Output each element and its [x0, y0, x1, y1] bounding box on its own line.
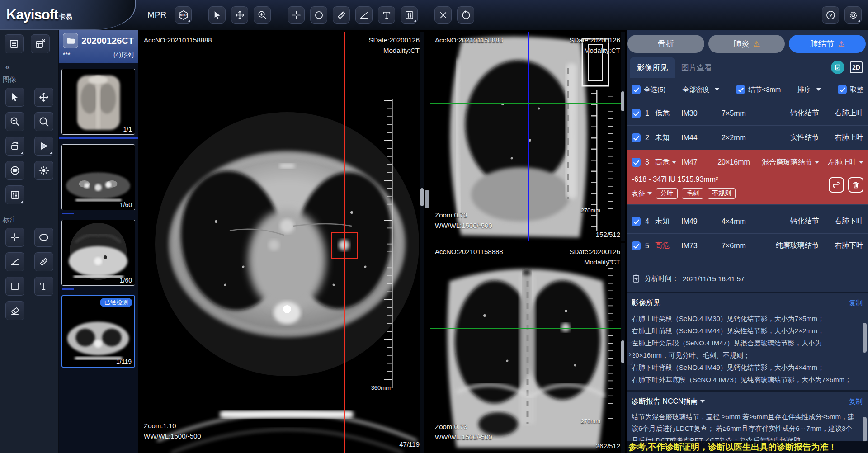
zoom-in-tool-button[interactable]	[254, 6, 271, 24]
nodule-type-dropdown[interactable]: 混合磨玻璃结节	[756, 158, 819, 167]
wwwl-adjust-tool-button[interactable]	[5, 185, 24, 204]
select-all-checkbox[interactable]	[632, 85, 641, 94]
report-title-dropdown[interactable]: 诊断报告 NCCN指南	[632, 397, 705, 406]
followup-compare-button[interactable]	[829, 177, 844, 193]
settings-button[interactable]	[844, 6, 862, 24]
brightness-tool-button[interactable]	[34, 161, 53, 180]
nodule-row[interactable]: 1 低危 IM30 7×5mm 钙化结节 右肺上叶	[627, 101, 868, 126]
crosshair-horizontal-green[interactable]	[430, 328, 625, 329]
nodule-roi-box[interactable]	[331, 232, 358, 259]
trait-chip[interactable]: 毛刺	[682, 188, 703, 199]
collapse-sidebar-button[interactable]: «	[0, 58, 58, 73]
close-tool-button[interactable]	[434, 6, 452, 24]
nodule-risk-dropdown[interactable]: 高危	[655, 158, 681, 167]
delete-nodule-button[interactable]	[848, 177, 863, 193]
crosshair-horizontal-green[interactable]	[430, 103, 625, 104]
tab-image-view[interactable]: 图片查看	[675, 57, 719, 78]
nodule-row-selected[interactable]: 3 高危 IM47 20×16mm 混合磨玻璃结节 左肺上叶 -618 - 34…	[627, 150, 868, 205]
series-thumbnail-ct-selected[interactable]: 已经检测 1/119	[61, 295, 135, 368]
copy-findings-button[interactable]: 复制	[849, 299, 863, 307]
study-header[interactable]: 20200126CT *** (4)序列	[59, 30, 138, 63]
scrollbar-thumb[interactable]	[621, 340, 624, 363]
mode-pneumonia[interactable]: 肺炎 ⚠	[708, 35, 785, 53]
trait-dropdown[interactable]: 表征	[632, 189, 652, 198]
ellipse-tool-button[interactable]	[310, 6, 327, 24]
coronal-viewport[interactable]: AccNO:202101158888 SDate:20200126 Modali…	[430, 243, 625, 453]
scrollbar-thumb[interactable]	[621, 91, 624, 111]
cursor-tool-button[interactable]	[208, 6, 226, 24]
select-all-control[interactable]: 全选(5)	[632, 85, 665, 94]
series-thumbnail-ct[interactable]: 1/60	[61, 144, 135, 210]
nodule-checkbox[interactable]	[632, 158, 641, 167]
nodule-row[interactable]: 4 未知 IM49 4×4mm 钙化结节 右肺下叶	[627, 209, 868, 234]
nodule-row[interactable]: 2 未知 IM44 2×2mm 实性结节 右肺上叶	[627, 126, 868, 150]
mode-fracture[interactable]: 骨折	[627, 35, 704, 53]
findings-scrollbar-thumb[interactable]	[863, 323, 867, 353]
axial-viewport[interactable]: AccNO:202101158888 SDate:20200126 Modali…	[139, 32, 424, 453]
crosshair-vertical-blue[interactable]	[528, 32, 529, 241]
contrast-tool-button[interactable]	[5, 161, 24, 180]
scrollbar-thumb[interactable]	[420, 188, 424, 206]
panel-expand-handle[interactable]: ›	[627, 342, 633, 365]
help-button[interactable]: ?	[822, 6, 839, 24]
sagittal-viewport[interactable]: AccNO:202101158888 SDate:20200126 Modali…	[430, 32, 625, 241]
series-layout-button[interactable]	[31, 34, 50, 53]
ruler-annotation-button[interactable]	[34, 252, 53, 271]
2d-view-button[interactable]: 2D	[850, 61, 863, 73]
point-annotation-button[interactable]	[5, 228, 24, 247]
angle-tool-button[interactable]	[355, 6, 373, 24]
zoom-in-tool-button[interactable]	[5, 112, 24, 131]
text-tool-button[interactable]	[378, 6, 395, 24]
crosshair-vertical-red[interactable]	[566, 243, 566, 453]
sort-dropdown[interactable]: 排序	[797, 85, 821, 94]
round-toggle[interactable]: 取整	[838, 85, 863, 94]
mode-lung-nodule[interactable]: 肺结节 ⚠	[789, 35, 866, 53]
rotate-tool-button[interactable]	[5, 137, 24, 156]
small-nodule-checkbox[interactable]	[736, 85, 745, 94]
magnify-tool-button[interactable]	[34, 112, 53, 131]
wwwl-adjust-tool-button[interactable]	[401, 6, 418, 24]
round-checkbox[interactable]	[838, 85, 847, 94]
pan-tool-button[interactable]	[231, 6, 248, 24]
ruler-tool-button[interactable]	[333, 6, 350, 24]
cursor-icon	[9, 92, 20, 103]
study-title: 20200126CT	[81, 36, 134, 46]
axial-scrollbar[interactable]	[420, 32, 424, 453]
crosshair-tool-button[interactable]	[288, 6, 305, 24]
trait-chip[interactable]: 不规则	[708, 188, 736, 199]
ellipse-annotation-button[interactable]	[34, 228, 53, 247]
nodule-checkbox[interactable]	[632, 133, 641, 142]
report-scrollbar-thumb[interactable]	[863, 417, 867, 442]
report-bubble-button[interactable]	[831, 61, 844, 74]
cursor-tool-button[interactable]	[5, 88, 24, 107]
coronal-scrollbar[interactable]	[621, 243, 625, 453]
sagittal-scrollbar[interactable]	[621, 32, 625, 241]
crosshair-horizontal-blue[interactable]	[139, 245, 424, 245]
angle-annotation-button[interactable]	[5, 252, 24, 271]
series-thumbnail-ct[interactable]: 1/60	[61, 220, 135, 286]
series-list-button[interactable]	[5, 34, 24, 53]
small-nodule-filter[interactable]: 结节<3mm	[736, 85, 781, 94]
tab-findings[interactable]: 影像所见	[630, 57, 675, 78]
nodule-location-dropdown[interactable]: 左肺上叶	[819, 158, 863, 167]
nodule-checkbox[interactable]	[632, 109, 641, 118]
nodule-checkbox[interactable]	[632, 241, 641, 250]
open-study-button[interactable]	[63, 33, 78, 48]
series-thumbnail-scout[interactable]: 1/1	[61, 69, 135, 135]
nodule-checkbox[interactable]	[632, 217, 641, 226]
nodule-row[interactable]: 5 高危 IM73 7×6mm 纯磨玻璃结节 右肺下叶	[627, 234, 868, 258]
reset-rotate-button[interactable]	[457, 6, 474, 24]
text-annotation-button[interactable]	[34, 277, 53, 296]
flip-tool-button[interactable]	[34, 137, 53, 156]
density-filter-dropdown[interactable]: 全部密度	[682, 85, 719, 94]
pan-tool-button[interactable]	[34, 88, 53, 107]
trait-chip[interactable]: 分叶	[656, 188, 678, 199]
small-nodule-label: 结节<3mm	[748, 85, 781, 94]
mpr-mode-button[interactable]: MPR	[175, 6, 192, 24]
viewport-splitter-handle[interactable]	[425, 190, 429, 208]
copy-report-button[interactable]: 复制	[849, 397, 863, 406]
nodule-row-header[interactable]: 3 高危 IM47 20×16mm 混合磨玻璃结节 左肺上叶	[627, 150, 868, 175]
eraser-annotation-button[interactable]	[5, 301, 24, 320]
rectangle-annotation-button[interactable]	[5, 277, 24, 296]
round-label: 取整	[850, 85, 863, 94]
